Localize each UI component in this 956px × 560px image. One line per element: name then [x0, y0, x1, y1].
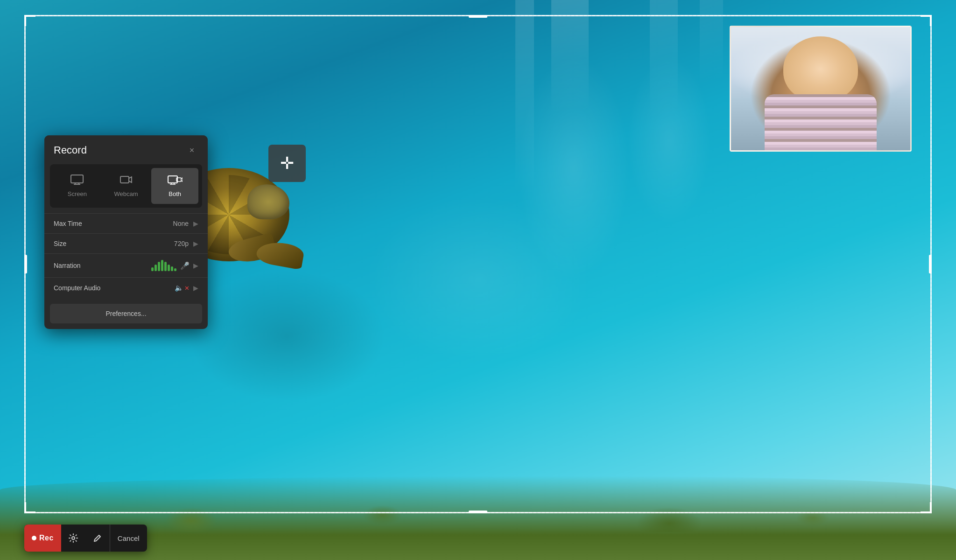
audio-bar-2 [155, 265, 157, 271]
svg-point-10 [72, 537, 75, 539]
size-row: Size 720p ▶ [44, 233, 208, 253]
size-arrow[interactable]: ▶ [193, 240, 198, 247]
computer-audio-arrow[interactable]: ▶ [193, 284, 198, 292]
audio-bar-6 [168, 265, 170, 271]
record-panel: Record × Screen Web [44, 135, 208, 329]
turtle-head [247, 184, 289, 219]
audio-bar-1 [151, 267, 154, 271]
panel-header: Record × [44, 135, 208, 164]
size-label: Size [54, 240, 174, 247]
panel-title: Record [54, 144, 87, 156]
edit-button[interactable] [85, 525, 110, 552]
screen-icon [70, 175, 84, 187]
mode-both-button[interactable]: Both [151, 168, 198, 204]
webcam-person [731, 27, 910, 150]
move-cursor-icon[interactable]: ✛ [268, 145, 306, 182]
mode-selector: Screen Webcam [50, 164, 202, 208]
audio-bar-8 [174, 268, 176, 271]
rec-label: Rec [39, 534, 54, 542]
max-time-value: None [173, 220, 189, 227]
mode-screen-label: Screen [68, 190, 87, 197]
max-time-label: Max Time [54, 220, 173, 227]
cancel-button[interactable]: Cancel [110, 525, 147, 552]
speaker-icon: 🔈 [175, 284, 183, 292]
mode-screen-button[interactable]: Screen [54, 168, 101, 204]
narration-label: Narration [54, 262, 151, 269]
preferences-button[interactable]: Preferences... [50, 304, 202, 323]
svg-rect-4 [120, 176, 129, 183]
svg-rect-5 [168, 176, 177, 183]
mute-x-icon: ✕ [184, 285, 190, 292]
rec-dot [32, 536, 36, 540]
audio-bar-7 [171, 266, 173, 271]
settings-section: Max Time None ▶ Size 720p ▶ Narration 🎤 [44, 213, 208, 298]
max-time-arrow[interactable]: ▶ [193, 220, 198, 227]
webcam-preview [730, 26, 912, 152]
audio-bar-3 [158, 262, 160, 271]
max-time-row: Max Time None ▶ [44, 213, 208, 233]
rec-button[interactable]: Rec [24, 525, 61, 552]
mic-icon[interactable]: 🎤 [180, 261, 190, 270]
narration-row: Narration 🎤 ▶ [44, 253, 208, 277]
speaker-muted-icon: 🔈 ✕ [175, 284, 190, 292]
webcam-shirt [765, 94, 877, 150]
svg-rect-0 [71, 175, 83, 183]
mode-webcam-button[interactable]: Webcam [103, 168, 150, 204]
mode-both-label: Both [169, 190, 181, 197]
computer-audio-row: Computer Audio 🔈 ✕ ▶ [44, 277, 208, 298]
close-button[interactable]: × [185, 144, 198, 157]
settings-button[interactable] [61, 525, 85, 552]
both-icon [168, 175, 183, 187]
narration-arrow[interactable]: ▶ [193, 262, 198, 269]
mode-webcam-label: Webcam [114, 190, 138, 197]
audio-bar-4 [161, 260, 163, 271]
webcam-icon [120, 175, 133, 187]
audio-bar-5 [164, 262, 167, 271]
size-value: 720p [174, 240, 189, 247]
bottom-toolbar: Rec Cancel [24, 525, 147, 552]
narration-audio-meter [151, 260, 176, 271]
computer-audio-label: Computer Audio [54, 284, 175, 292]
